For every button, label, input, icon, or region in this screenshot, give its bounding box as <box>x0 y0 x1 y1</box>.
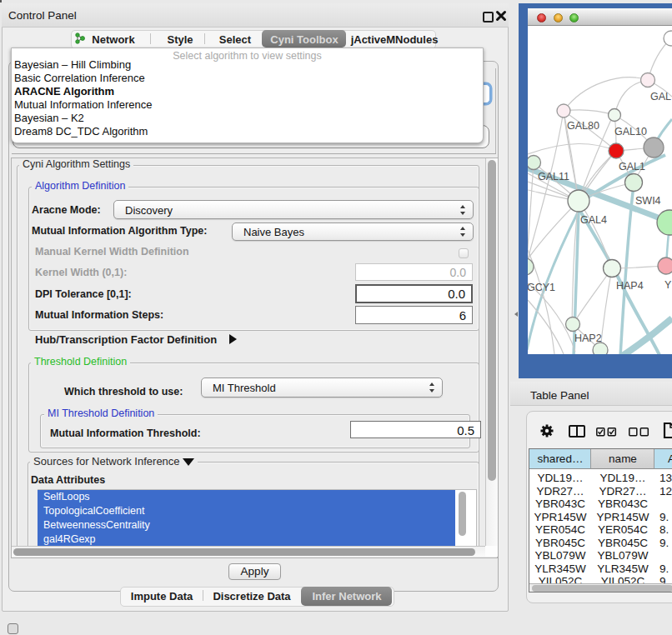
svg-text:HAP4: HAP4 <box>616 280 644 292</box>
svg-text:SWI4: SWI4 <box>635 195 661 207</box>
svg-text:GAL: GAL <box>650 91 671 102</box>
svg-text:GAL1: GAL1 <box>619 161 645 172</box>
svg-text:GAL11: GAL11 <box>538 171 569 182</box>
svg-text:HAP2: HAP2 <box>574 332 602 344</box>
svg-text:GCY1: GCY1 <box>528 282 555 293</box>
svg-text:GAL4: GAL4 <box>580 214 607 226</box>
svg-text:Y: Y <box>664 279 672 291</box>
svg-text:GAL10: GAL10 <box>614 126 647 138</box>
svg-text:GAL80: GAL80 <box>567 120 599 132</box>
